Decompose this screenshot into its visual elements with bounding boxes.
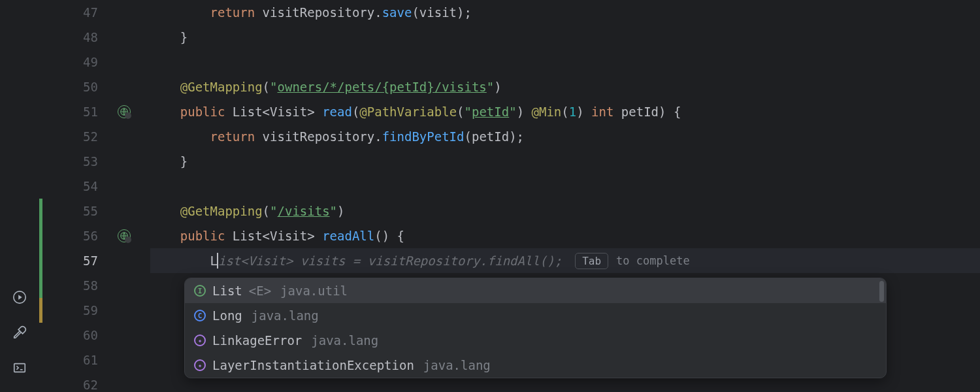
- vcs-change-marker[interactable]: [39, 248, 42, 273]
- run-icon[interactable]: [12, 289, 27, 305]
- code-line[interactable]: public List<Visit> readAll() {: [150, 223, 980, 248]
- line-number[interactable]: 62: [39, 372, 114, 392]
- line-number[interactable]: 50: [39, 74, 114, 99]
- line-number-gutter: 47484950515253545556575859606162: [39, 0, 114, 392]
- activity-bar: [0, 0, 39, 392]
- vcs-change-marker[interactable]: [39, 199, 42, 223]
- code-line[interactable]: return visitRepository.findByPetId(petId…: [150, 124, 980, 149]
- code-line[interactable]: }: [150, 149, 980, 174]
- line-number[interactable]: 61: [39, 348, 114, 372]
- code-line[interactable]: @GetMapping("/visits"): [150, 199, 980, 223]
- line-number[interactable]: 55: [39, 199, 114, 223]
- line-number[interactable]: 49: [39, 50, 114, 74]
- line-number[interactable]: 54: [39, 174, 114, 199]
- autocomplete-item[interactable]: ✦LinkageErrorjava.lang: [185, 328, 886, 353]
- code-line[interactable]: [150, 174, 980, 199]
- line-number[interactable]: 52: [39, 124, 114, 149]
- code-line[interactable]: return visitRepository.save(visit);: [150, 0, 980, 25]
- line-number[interactable]: 57: [39, 248, 114, 273]
- autocomplete-item[interactable]: CLongjava.lang: [185, 303, 886, 328]
- globe-icon[interactable]: [118, 105, 131, 118]
- vcs-change-marker[interactable]: [39, 273, 42, 298]
- autocomplete-popup[interactable]: IList<E>java.utilCLongjava.lang✦LinkageE…: [184, 278, 887, 378]
- type-icon: ✦: [194, 335, 206, 346]
- code-line[interactable]: }: [150, 25, 980, 50]
- gutter-icon-column: [114, 0, 150, 392]
- line-number[interactable]: 59: [39, 298, 114, 323]
- type-icon: I: [194, 285, 206, 297]
- line-number[interactable]: 53: [39, 149, 114, 174]
- build-icon[interactable]: [12, 325, 27, 340]
- autocomplete-item[interactable]: ✦LayerInstantiationExceptionjava.lang: [185, 353, 886, 378]
- line-number[interactable]: 48: [39, 25, 114, 50]
- line-number[interactable]: 51: [39, 99, 114, 124]
- tab-completion-hint: Tabto complete: [575, 253, 690, 269]
- globe-icon[interactable]: [118, 229, 131, 242]
- code-editor[interactable]: return visitRepository.save(visit); } @G…: [150, 0, 980, 392]
- terminal-icon[interactable]: [12, 360, 27, 376]
- line-number[interactable]: 56: [39, 223, 114, 248]
- type-icon: C: [194, 310, 206, 321]
- vcs-change-marker[interactable]: [39, 223, 42, 248]
- type-icon: ✦: [194, 359, 206, 371]
- code-line[interactable]: @GetMapping("owners/*/pets/{petId}/visit…: [150, 74, 980, 99]
- code-line[interactable]: List<Visit> visits = visitRepository.fin…: [150, 248, 980, 273]
- inline-completion-ghost: ist<Visit> visits = visitRepository.find…: [218, 253, 562, 268]
- tab-key-badge: Tab: [575, 253, 608, 269]
- code-line[interactable]: [150, 50, 980, 74]
- line-number[interactable]: 60: [39, 323, 114, 348]
- line-number[interactable]: 58: [39, 273, 114, 298]
- vcs-change-marker[interactable]: [39, 298, 42, 323]
- svg-rect-1: [14, 364, 25, 372]
- code-line[interactable]: public List<Visit> read(@PathVariable("p…: [150, 99, 980, 124]
- autocomplete-item[interactable]: IList<E>java.util: [185, 278, 886, 303]
- line-number[interactable]: 47: [39, 0, 114, 25]
- scrollbar-thumb[interactable]: [879, 281, 884, 302]
